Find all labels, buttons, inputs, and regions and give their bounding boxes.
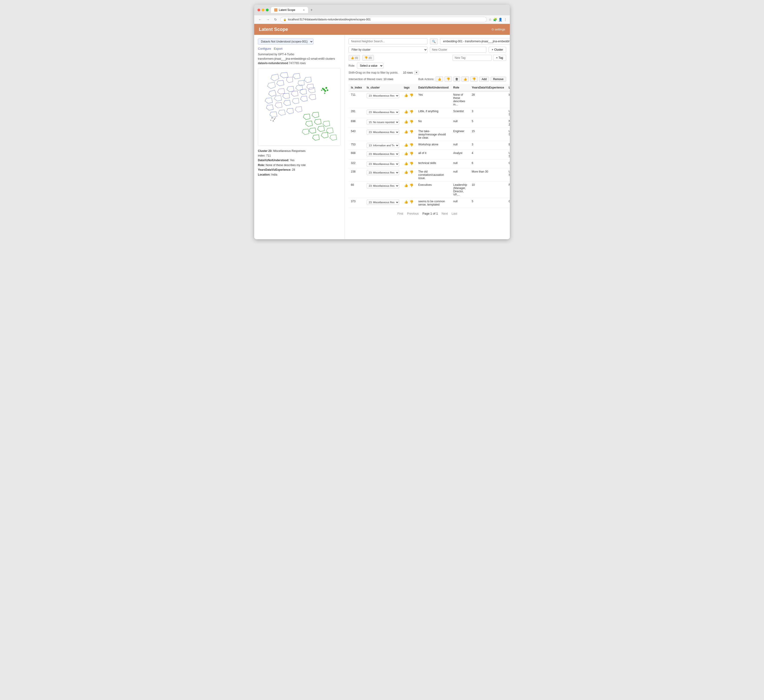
- cluster-cell-select[interactable]: 23: Miscellaneous Response:: [367, 183, 399, 188]
- maximize-window-button[interactable]: [266, 9, 269, 11]
- cell-ls-cluster[interactable]: 23: Miscellaneous Response:: [364, 128, 402, 141]
- bookmark-button[interactable]: ☆: [488, 18, 492, 21]
- cell-role: null: [451, 169, 469, 181]
- filter-by-cluster-dropdown[interactable]: Filter by cluster: [349, 47, 427, 53]
- bulk-thumbs-up-button[interactable]: 👍: [436, 77, 443, 82]
- browser-titlebar: Latent Scope ✕ +: [254, 5, 510, 15]
- cell-ls-cluster[interactable]: 13: Information and Trends: [364, 141, 402, 150]
- row-thumbs-up-button[interactable]: 👍: [404, 183, 408, 188]
- row-thumbs-down-button[interactable]: 👎: [409, 120, 413, 124]
- cluster-cell-select[interactable]: 23: Miscellaneous Response:: [367, 130, 399, 135]
- cluster-info: Cluster 23: Miscellaneous Responses inde…: [258, 148, 341, 177]
- cluster-cell-select[interactable]: 13: Information and Trends: [367, 143, 399, 148]
- rows-close-button[interactable]: ✕: [414, 70, 419, 75]
- first-page-button[interactable]: First: [397, 212, 403, 215]
- configure-button[interactable]: Configure: [258, 47, 271, 50]
- cell-ls-cluster[interactable]: 23: Miscellaneous Response:: [364, 169, 402, 181]
- search-input[interactable]: [349, 38, 427, 44]
- close-window-button[interactable]: [257, 9, 260, 11]
- cell-ls-cluster[interactable]: 23: Miscellaneous Response:: [364, 108, 402, 118]
- cell-ls-cluster[interactable]: 23: Miscellaneous Response:: [364, 198, 402, 208]
- menu-button[interactable]: ⋮: [504, 18, 507, 21]
- row-thumbs-up-button[interactable]: 👍: [404, 143, 408, 147]
- row-thumbs-up-button[interactable]: 👍: [404, 109, 408, 114]
- profile-button[interactable]: 👤: [498, 18, 503, 21]
- cluster-cell-select[interactable]: 23: Miscellaneous Response:: [367, 200, 399, 205]
- last-page-button[interactable]: Last: [451, 212, 457, 215]
- row-thumbs-down-button[interactable]: 👎: [409, 93, 413, 97]
- row-thumbs-up-button[interactable]: 👍: [404, 120, 408, 124]
- thumbs-down-filter-button[interactable]: 👎 (0): [362, 55, 374, 61]
- refresh-button[interactable]: ↻: [273, 17, 279, 22]
- role-select[interactable]: Select a value: [357, 63, 384, 69]
- cell-ls-cluster[interactable]: 23: Miscellaneous Response:: [364, 91, 402, 108]
- new-tag-button[interactable]: + Tag: [493, 55, 506, 61]
- cell-years: More than 30: [470, 169, 506, 181]
- forward-button[interactable]: →: [265, 17, 271, 22]
- row-thumbs-down-button[interactable]: 👎: [409, 183, 413, 188]
- row-thumbs-up-button[interactable]: 👍: [404, 130, 408, 134]
- cluster-title-row: Cluster 23: Miscellaneous Responses: [258, 148, 341, 153]
- new-cluster-button[interactable]: + Cluster: [488, 47, 506, 53]
- row-thumbs-down-button[interactable]: 👎: [409, 161, 413, 166]
- thumbs-up-filter-button[interactable]: 👍 (0): [349, 55, 360, 61]
- row-thumbs-down-button[interactable]: 👎: [409, 130, 413, 134]
- settings-button[interactable]: ⊙ settings: [492, 28, 505, 31]
- cluster-cell-select[interactable]: 15: No issues reported: [367, 120, 399, 125]
- new-cluster-input[interactable]: [430, 47, 486, 53]
- tab-close-button[interactable]: ✕: [303, 9, 305, 12]
- row-thumbs-down-button[interactable]: 👎: [409, 152, 413, 156]
- cluster-cell-select[interactable]: 23: Miscellaneous Response:: [367, 109, 399, 115]
- row-thumbs-up-button[interactable]: 👍: [404, 170, 408, 174]
- new-tag-input[interactable]: [452, 55, 492, 61]
- table-row: 753 13: Information and Trends 👍 👎 Works…: [349, 141, 510, 150]
- extensions-button[interactable]: 🧩: [493, 18, 497, 21]
- browser-tab[interactable]: Latent Scope ✕: [271, 7, 308, 13]
- back-button[interactable]: ←: [257, 17, 263, 22]
- row-thumbs-up-button[interactable]: 👍: [404, 93, 408, 97]
- embedding-dropdown[interactable]: embedding-001 - transformers-jinaai___ji…: [440, 38, 510, 45]
- col-ls-index: ls_index: [349, 84, 364, 91]
- prev-page-button[interactable]: Previous: [407, 212, 419, 215]
- cell-ls-cluster[interactable]: 23: Miscellaneous Response:: [364, 181, 402, 198]
- data-table: ls_index ls_cluster tags DataVizNotUnder…: [349, 84, 510, 208]
- bulk-add-thumbs-up-button[interactable]: 👍: [462, 77, 469, 82]
- cluster-cell-select[interactable]: 23: Miscellaneous Response:: [367, 170, 399, 175]
- next-page-button[interactable]: Next: [442, 212, 448, 215]
- scatter-map: [258, 68, 340, 145]
- row-thumbs-down-button[interactable]: 👎: [409, 170, 413, 174]
- new-cluster-label: Cluster: [494, 48, 503, 52]
- cluster-cell-select[interactable]: 23: Miscellaneous Response:: [367, 152, 399, 156]
- cell-ls-cluster[interactable]: 23: Miscellaneous Response:: [364, 150, 402, 160]
- cell-role: None of these describes m...: [451, 91, 469, 108]
- url-bar[interactable]: 🔒 localhost:5174/datasets/datavis-notund…: [280, 17, 487, 22]
- bulk-add-thumbs-down-button[interactable]: 👎: [470, 77, 478, 82]
- bulk-remove-button[interactable]: Remove: [490, 77, 506, 82]
- new-tab-button[interactable]: +: [310, 8, 313, 12]
- export-button[interactable]: Export: [274, 47, 283, 50]
- row-thumbs-up-button[interactable]: 👍: [404, 200, 408, 204]
- cluster-cell-select[interactable]: 23: Miscellaneous Response:: [367, 93, 399, 98]
- intersection-label: Intersection of filtered rows:: [349, 78, 383, 81]
- row-thumbs-up-button[interactable]: 👍: [404, 161, 408, 166]
- dataset-dropdown[interactable]: Datavis Not Understood (scopes-001): [258, 39, 313, 45]
- cell-ls-cluster[interactable]: 23: Miscellaneous Response:: [364, 160, 402, 169]
- search-button[interactable]: 🔍: [430, 38, 438, 45]
- cell-ls-index: 698: [349, 118, 364, 128]
- minimize-window-button[interactable]: [261, 9, 265, 11]
- row-thumbs-up-button[interactable]: 👍: [404, 152, 408, 156]
- cell-dataviz: Yes: [416, 91, 451, 108]
- bulk-thumbs-down-button[interactable]: 👎: [445, 77, 452, 82]
- tab-title: Latent Scope: [279, 8, 295, 12]
- row-thumbs-down-button[interactable]: 👎: [409, 109, 413, 114]
- row-thumbs-down-button[interactable]: 👎: [409, 143, 413, 147]
- row-thumbs-down-button[interactable]: 👎: [409, 200, 413, 204]
- cell-ls-cluster[interactable]: 15: No issues reported: [364, 118, 402, 128]
- map-container[interactable]: [258, 68, 340, 146]
- cell-tags: 👍 👎: [402, 198, 416, 208]
- bulk-trash-button[interactable]: 🗑: [453, 77, 460, 82]
- cell-location: Brazil: [506, 141, 510, 150]
- cluster-cell-select[interactable]: 23: Miscellaneous Response:: [367, 161, 399, 167]
- cell-role: Scientist: [451, 108, 469, 118]
- bulk-add-button[interactable]: Add: [479, 77, 489, 82]
